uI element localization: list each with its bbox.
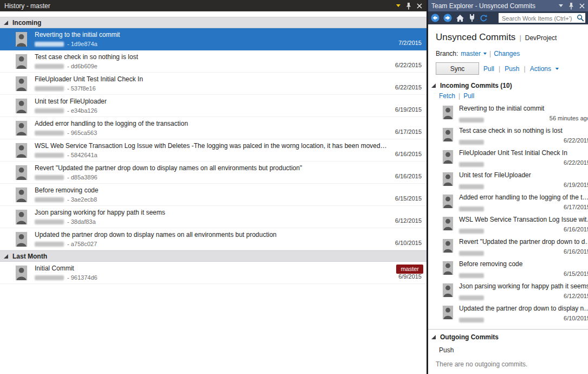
author-redacted [35, 175, 64, 180]
history-commit-row[interactable]: WSL Web Service Transaction Log Issue wi… [0, 139, 427, 162]
branch-selector[interactable]: master [461, 50, 481, 57]
history-commit-row[interactable]: Before removing code- 3ae2ecb86/15/2015 [0, 184, 427, 206]
incoming-commits-header[interactable]: Incoming Commits (10) [431, 82, 588, 89]
page-title: Unsynced Commits [436, 32, 515, 43]
close-icon[interactable] [417, 2, 422, 10]
collapse-icon [431, 83, 436, 88]
commit-byline: - 965ca563 [35, 130, 427, 136]
pin-icon[interactable] [568, 2, 574, 10]
unsynced-commit-row[interactable]: Added error handling to the logging of t… [428, 192, 588, 214]
avatar-icon [16, 165, 27, 180]
author-redacted [35, 86, 64, 91]
separator: | [519, 34, 521, 42]
commit-title: Json parsing working for happy path it s… [459, 282, 588, 291]
history-commit-row[interactable]: Updated the partner drop down to display… [0, 228, 427, 250]
incoming-commits-list: Reverting to the initial commit56 minute… [428, 103, 588, 325]
commit-date: 6/16/2015 [395, 173, 422, 179]
search-icon[interactable] [577, 14, 584, 24]
author-redacted [459, 273, 484, 278]
pull-link-secondary[interactable]: Pull [463, 92, 474, 100]
commit-date: 6/9/2015 [398, 273, 422, 280]
commit-byline: - 5842641a [35, 152, 427, 158]
commit-hash: - 537f8e16 [67, 85, 96, 92]
outgoing-commits-header[interactable]: Outgoing Commits [431, 333, 588, 341]
unsynced-commit-row[interactable]: Json parsing working for happy path it s… [428, 281, 588, 303]
commit-date: 6/10/2015 [395, 240, 422, 246]
history-section-header-incoming[interactable]: Incoming [0, 17, 427, 28]
commit-title: Added error handling to the logging of t… [35, 120, 427, 128]
commit-byline: - 38daf83a [35, 218, 427, 225]
branch-label: Branch: [436, 50, 458, 57]
unsynced-commit-row[interactable]: Test case check in so nothing is lost6/2… [428, 125, 588, 147]
commit-date: 6/12/2015 [395, 217, 422, 224]
history-commit-row[interactable]: Json parsing working for happy path it s… [0, 206, 427, 228]
window-menu-icon[interactable] [396, 2, 400, 10]
history-commit-row[interactable]: FileUploader Unit Test Initial Check In-… [0, 73, 427, 95]
window-menu-icon[interactable] [559, 2, 563, 10]
unsynced-commit-row[interactable]: WSL Web Service Transaction Log Issue wi… [428, 214, 588, 236]
team-explorer-titlebar[interactable]: Team Explorer - Unsynced Commits [428, 0, 588, 11]
history-titlebar[interactable]: History - master [0, 0, 427, 11]
search-box[interactable] [499, 13, 585, 23]
avatar-icon [443, 172, 453, 186]
avatar-icon [443, 128, 453, 141]
avatar-icon [443, 195, 453, 208]
author-redacted [35, 275, 64, 280]
commit-byline: - 3ae2ecb8 [35, 196, 427, 203]
unsynced-commit-row[interactable]: Before removing code6/15/2015 [428, 259, 588, 281]
actions-link[interactable]: Actions [530, 65, 551, 73]
history-section-header-last-month[interactable]: Last Month [0, 250, 427, 262]
commit-byline: - 961374d6 [35, 274, 427, 281]
commit-title: Revert "Updated the partner drop down to… [459, 238, 588, 246]
sync-button[interactable]: Sync [436, 62, 479, 75]
history-commit-row[interactable]: Initial Commit- 961374d66/9/2015master [0, 262, 427, 284]
search-input[interactable] [501, 14, 577, 23]
unsynced-commit-row[interactable]: Updated the partner drop down to display… [428, 303, 588, 325]
unsynced-commit-row[interactable]: Revert "Updated the partner drop down to… [428, 236, 588, 259]
unsynced-commit-row[interactable]: FileUploader Unit Test Initial Check In6… [428, 147, 588, 170]
history-commit-row[interactable]: Unit test for FileUploader- e34ba1266/19… [0, 95, 427, 117]
commit-title: Reverting to the initial commit [35, 31, 427, 39]
commit-title: Initial Commit [35, 265, 427, 273]
commit-byline: - 1d9e874a [35, 41, 427, 47]
back-button[interactable] [431, 14, 440, 22]
history-commit-row[interactable]: Reverting to the initial commit- 1d9e874… [0, 28, 427, 50]
commit-title: Updated the partner drop down to display… [35, 231, 427, 239]
avatar-icon [16, 188, 27, 202]
history-commit-row[interactable]: Added error handling to the logging of t… [0, 117, 427, 139]
author-redacted [35, 197, 64, 202]
commit-date: 6/22/2015 [395, 84, 422, 91]
avatar-icon [16, 232, 27, 247]
unsynced-commit-row[interactable]: Unit test for FileUploader6/19/2015 [428, 170, 588, 192]
unsynced-commit-row[interactable]: Reverting to the initial commit56 minute… [428, 103, 588, 125]
close-icon[interactable] [579, 2, 585, 10]
section-label: Incoming Commits (10) [440, 82, 512, 89]
avatar-icon [16, 143, 27, 158]
commit-title: FileUploader Unit Test Initial Check In [35, 75, 427, 83]
refresh-button[interactable] [480, 14, 488, 22]
avatar-icon [16, 210, 27, 224]
pin-icon[interactable] [406, 2, 411, 10]
author-redacted [35, 108, 64, 113]
commit-date: 6/16/2015 [395, 151, 422, 157]
changes-link[interactable]: Changes [494, 50, 520, 57]
separator: | [499, 65, 500, 73]
avatar-icon [16, 121, 27, 136]
connect-button[interactable] [468, 14, 476, 22]
history-commit-row[interactable]: Test case check in so nothing is lost- d… [0, 50, 427, 73]
push-link-outgoing[interactable]: Push [439, 346, 454, 354]
fetch-link[interactable]: Fetch [439, 92, 455, 100]
no-outgoing-message: There are no outgoing commits. [436, 360, 588, 368]
push-link[interactable]: Push [505, 65, 519, 73]
forward-button[interactable] [443, 14, 452, 22]
commit-title: Test case check in so nothing is lost [459, 127, 588, 135]
chevron-down-icon[interactable] [483, 53, 487, 55]
commit-hash: - 961374d6 [67, 274, 98, 281]
commit-title: Unit test for FileUploader [35, 98, 427, 106]
home-button[interactable] [456, 14, 464, 22]
chevron-down-icon[interactable] [555, 68, 559, 70]
author-redacted [459, 118, 484, 122]
pull-link[interactable]: Pull [483, 65, 494, 73]
commit-title: Before removing code [459, 260, 588, 268]
history-commit-row[interactable]: Revert "Updated the partner drop down to… [0, 162, 427, 184]
